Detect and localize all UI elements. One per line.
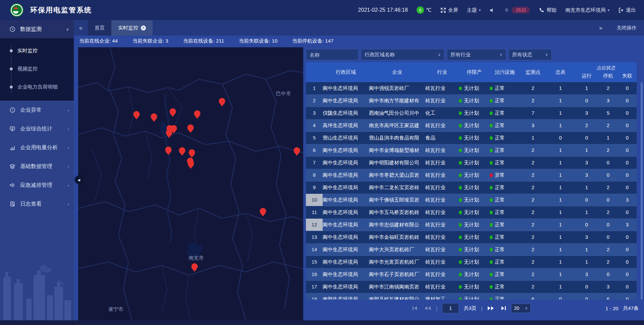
cell-facility-status: 正常 (490, 281, 520, 293)
cell-master-meter: 1 (546, 194, 575, 206)
map[interactable]: 巴中市南充市遂宁市 (78, 47, 303, 320)
table-row[interactable]: 11阆中生态环境局阆中市五马桥页岩机砖砖瓦行业无计划正常21120 (306, 206, 637, 219)
cell-stopped: 1 (598, 132, 618, 144)
close-operations-button[interactable]: 关闭操作 (616, 25, 637, 31)
table-row[interactable]: 12阆中生态环境局阆中市忠信建材有限公砖瓦行业无计划正常21003 (306, 219, 637, 231)
sidebar-item-企业综合统计[interactable]: 企业综合统计‹ (0, 119, 74, 138)
table-row[interactable]: 9阆中生态环境局阆中市二龙长宝页岩砖砖瓦行业无计划正常21120 (306, 181, 637, 194)
status-dot-icon (459, 136, 462, 140)
panel-collapse-handle[interactable]: ◀ (75, 176, 83, 184)
table-row[interactable]: 4高坪生态环境局南充市高坪区王家店建砖瓦行业无计划正常31220 (306, 119, 637, 132)
cell-company: 阆中大兴页岩机砖厂 (369, 243, 425, 256)
total-count-label: 共47条 (623, 305, 639, 312)
col-master-meter: 总表 (546, 62, 575, 82)
table-row[interactable]: 16阆中生态环境局阆中市石子页岩机砖厂砖瓦行业无计划正常21300 (306, 268, 637, 281)
org-dropdown[interactable]: 南充市生态环境局 ▾ (565, 7, 609, 13)
tabs-scroll-right-icon[interactable]: » (594, 24, 608, 32)
status-dot-icon (459, 87, 462, 90)
table-row[interactable]: 6阆中生态环境局阆中市金博瑞新型墙材砖瓦行业无计划正常21120 (306, 144, 637, 157)
table-row[interactable]: 7阆中生态环境局阆中明阳建材有限公司砖瓦行业无计划正常21300 (306, 157, 637, 169)
select-caret-icon: ∨ (499, 52, 502, 57)
table-row[interactable]: 17阆中生态环境局阆中市江南镇阆南页岩砖瓦行业无计划正常21030 (306, 281, 637, 293)
fullscreen-button[interactable]: 全屏 (440, 7, 458, 13)
table-row[interactable]: 10阆中生态环境局阆中千佛镇五郎垭页岩砖瓦行业无计划正常21003 (306, 194, 637, 206)
help-button[interactable]: 帮助 (539, 7, 556, 13)
cell-monitor-points: 6 (520, 293, 546, 300)
theme-dropdown[interactable]: 主题 ▾ (467, 7, 481, 13)
page-size-select[interactable]: 20 ∨ (511, 304, 530, 313)
cell-production-limit: 无计划 (459, 256, 490, 268)
cell-monitor-points: 2 (520, 281, 546, 293)
cell-master-meter: 1 (546, 82, 575, 94)
cell-facility-status-text: 正常 (495, 132, 505, 144)
sidebar-item-实时监控[interactable]: 实时监控 (0, 42, 74, 60)
sidebar-item-日志查看[interactable]: 日志查看‹ (0, 195, 74, 213)
table-row[interactable]: 18南部生态环境局南部县砖瓦建材有限公建材加工无计划正常60060 (306, 293, 637, 300)
table-row[interactable]: 2阆中生态环境局阆中市南方节能建材有砖瓦行业无计划正常21030 (306, 95, 637, 107)
table-row[interactable]: 14阆中生态环境局阆中大兴页岩机砖厂砖瓦行业无计划正常21120 (306, 243, 637, 256)
cell-facility-status-text: 正常 (495, 243, 505, 256)
tabs-scroll-left-icon[interactable]: « (74, 24, 88, 32)
notifications[interactable]: 2632 (504, 7, 530, 13)
sidebar-item-应急减排管理[interactable]: 应急减排管理‹ (0, 176, 74, 195)
status-stat: 当前停机设备: 147 (292, 38, 333, 44)
cell-region: 仪陇生态环境局 (323, 107, 369, 119)
industry-filter-select[interactable]: 所有行业 ∨ (447, 49, 506, 60)
cell-production-limit-text: 无计划 (464, 132, 479, 144)
table-row[interactable]: 3仪陇生态环境局西南油气田分公司川中化工无计划正常71350 (306, 107, 637, 119)
table-row[interactable]: 1阆中生态环境局阆中强锐页岩砖厂砖瓦行业无计划正常21120 (306, 82, 637, 95)
sidebar-item-label: 日志查看 (20, 201, 42, 208)
first-page-icon[interactable] (412, 306, 419, 311)
cell-production-limit: 无计划 (459, 268, 490, 280)
tab-close-icon[interactable]: ✕ (141, 25, 146, 31)
sidebar-section-数据监测[interactable]: 数据监测∨ (0, 20, 74, 38)
chevron-collapsed-icon: ‹ (68, 145, 69, 150)
cell-company: 阆中市石子页岩机砖厂 (369, 268, 425, 280)
sidebar-item-企业电力负荷明细[interactable]: 企业电力负荷明细 (0, 78, 74, 96)
cell-region: 阆中生态环境局 (323, 268, 369, 280)
tab-realtime-monitor[interactable]: 实时监控 ✕ (111, 20, 153, 36)
sidebar-item-label: 应急减排管理 (20, 182, 52, 189)
table-row[interactable]: 15阆中生态环境局阆中市光富页岩机砖厂砖瓦行业无计划正常21120 (306, 256, 637, 268)
sidebar-item-企业异常[interactable]: 企业异常‹ (0, 101, 74, 119)
cell-company: 阆中市金福旺页岩机砖 (369, 231, 425, 243)
cell-company: 阆中市忠信建材有限公 (369, 219, 425, 231)
cell-master-meter: 1 (546, 169, 575, 181)
status-filter-select[interactable]: 所有状态 ∨ (508, 49, 552, 60)
region-filter-select[interactable]: 行政区域名称 ∨ (361, 49, 444, 60)
cell-production-limit-text: 无计划 (464, 243, 479, 256)
logout-button[interactable]: 退出 (618, 7, 636, 13)
cell-facility-status: 正常 (490, 144, 520, 156)
pagination: | 共3页 | 20 ∨ (306, 301, 637, 316)
table-row[interactable]: 5营山生态环境局营山县润丰肉食品有限食品无计划正常10010 (306, 132, 637, 144)
status-dot-icon (490, 260, 493, 264)
sidebar-item-基础数据管理[interactable]: 基础数据管理‹ (0, 157, 74, 176)
cell-industry: 砖瓦行业 (425, 82, 459, 94)
cell-disconnected: 0 (618, 169, 637, 181)
datetime: 2021-02-25 17:46:18 (358, 7, 408, 13)
name-filter-input[interactable] (306, 49, 359, 60)
table-row[interactable]: 13阆中生态环境局阆中市金福旺页岩机砖砖瓦行业无计划正常21300 (306, 231, 637, 243)
tab-home[interactable]: 首页 (88, 20, 111, 36)
cell-stopped: 0 (598, 219, 618, 231)
last-page-icon[interactable] (499, 306, 506, 311)
cell-production-limit-text: 无计划 (464, 194, 479, 206)
cell-production-limit: 无计划 (459, 82, 490, 94)
sidebar-item-视频监控[interactable]: 视频监控 (0, 60, 74, 78)
cell-running: 3 (575, 231, 598, 243)
next-page-icon[interactable] (487, 306, 494, 311)
cell-company: 西南油气田分公司川中 (369, 107, 425, 119)
mute-button[interactable] (489, 7, 495, 13)
cell-production-limit-text: 无计划 (464, 82, 479, 94)
cell-stopped: 2 (598, 256, 618, 268)
cell-running: 0 (575, 219, 598, 231)
cell-industry: 砖瓦行业 (425, 144, 459, 156)
sidebar-item-企业用电量分析[interactable]: 企业用电量分析‹ (0, 138, 74, 157)
prev-page-icon[interactable] (424, 306, 431, 311)
sidebar: 数据监测∨实时监控视频监控企业电力负荷明细企业异常‹企业综合统计‹企业用电量分析… (0, 20, 74, 325)
table-row[interactable]: 8阆中生态环境局阆中市枣碧大梁山页岩砖瓦行业无计划异常21300 (306, 169, 637, 181)
page-number-input[interactable] (442, 303, 459, 313)
table-scrollbar[interactable] (641, 82, 643, 300)
cell-region: 阆中生态环境局 (323, 95, 369, 107)
cell-running: 0 (575, 132, 598, 144)
